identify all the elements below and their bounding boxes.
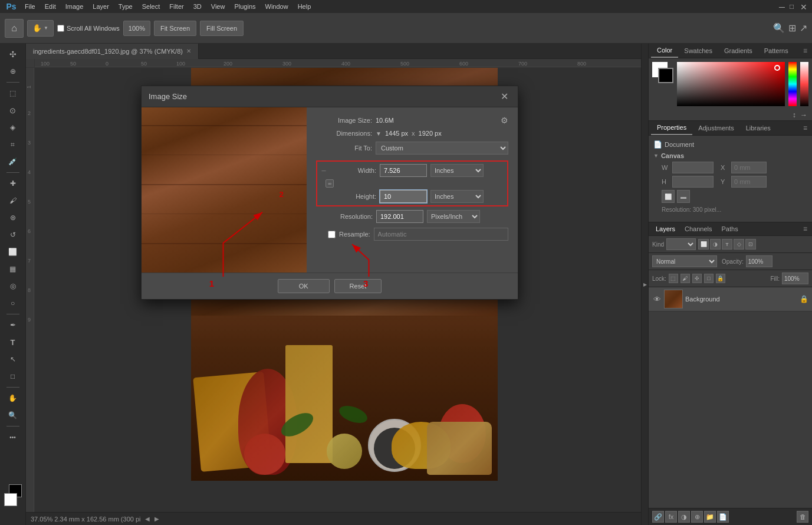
menu-filter[interactable]: Filter	[165, 2, 188, 11]
status-arrow-left[interactable]: ◀	[145, 516, 150, 522]
share-icon[interactable]: ↗	[800, 22, 807, 34]
more-tools[interactable]: •••	[5, 429, 21, 445]
canvas-height-input[interactable]	[672, 176, 714, 188]
fill-input[interactable]	[782, 273, 808, 284]
resample-input[interactable]	[374, 228, 508, 241]
menu-image[interactable]: Image	[61, 2, 88, 11]
canvas-x-input[interactable]	[731, 162, 767, 173]
artboard-tool[interactable]: ⊕	[5, 63, 21, 80]
menu-help[interactable]: Help	[293, 2, 316, 11]
filter-pixel-icon[interactable]: ⬜	[698, 239, 709, 250]
delete-layer-btn[interactable]: 🗑	[797, 511, 808, 523]
search-icon[interactable]: 🔍	[773, 22, 785, 34]
brush-tool[interactable]: 🖌	[5, 192, 21, 209]
scroll-all-windows-checkbox-label[interactable]: Scroll All Windows	[57, 25, 120, 32]
gradient-tool[interactable]: ▦	[5, 261, 21, 277]
kind-select[interactable]	[666, 238, 696, 250]
close-tab-icon[interactable]: ✕	[186, 48, 191, 54]
dimensions-dropdown-icon[interactable]: ▼	[376, 130, 382, 137]
tab-layers[interactable]: Layers	[651, 222, 680, 235]
tab-gradients[interactable]: Gradients	[718, 44, 758, 57]
color-panel-icon1[interactable]: ↕	[793, 111, 796, 119]
filter-smartobj-icon[interactable]: ⊡	[745, 239, 756, 250]
canvas-y-input[interactable]	[731, 176, 767, 188]
lock-image-icon[interactable]: 🖌	[680, 274, 690, 283]
color-panel-icon2[interactable]: →	[800, 111, 807, 119]
width-unit-select[interactable]: PixelsInchesCentimetersMillimetersPoints…	[430, 164, 484, 177]
canvas-landscape-icon[interactable]: ▬	[677, 190, 690, 203]
window-restore[interactable]: □	[790, 2, 798, 11]
workspace-switcher[interactable]: ⊞	[788, 22, 796, 34]
add-mask-btn[interactable]: ◑	[678, 511, 690, 523]
opacity-bar[interactable]	[800, 62, 808, 106]
layers-panel-menu-icon[interactable]: ≡	[801, 225, 810, 233]
gear-icon[interactable]: ⚙	[501, 116, 508, 125]
width-input[interactable]	[380, 164, 427, 177]
status-arrow-right[interactable]: ▶	[154, 516, 159, 522]
lock-position-icon[interactable]: ✣	[692, 274, 702, 283]
layer-visibility-eye[interactable]: 👁	[652, 294, 662, 304]
home-button[interactable]: ⌂	[5, 19, 24, 38]
ps-logo[interactable]: Ps	[2, 0, 20, 13]
menu-window[interactable]: Window	[261, 2, 293, 11]
tab-swatches[interactable]: Swatches	[678, 44, 718, 57]
menu-plugins[interactable]: Plugins	[229, 2, 260, 11]
lock-all-icon[interactable]: 🔒	[716, 274, 725, 283]
menu-edit[interactable]: Edit	[40, 2, 61, 11]
fit-screen-button[interactable]: Fit Screen	[154, 21, 196, 36]
dialog-close-button[interactable]: ✕	[498, 91, 511, 102]
right-panel-collapse[interactable]: ▶	[642, 44, 649, 525]
color-gradient-area[interactable]	[677, 62, 785, 106]
window-close[interactable]: ✕	[800, 2, 808, 11]
background-color[interactable]	[4, 493, 17, 506]
lasso-tool[interactable]: ⊙	[5, 102, 21, 119]
clone-stamp-tool[interactable]: ⊛	[5, 209, 21, 226]
height-unit-select[interactable]: PixelsInchesCentimetersMillimetersPoints…	[430, 190, 484, 203]
tab-patterns[interactable]: Patterns	[758, 44, 794, 57]
resolution-unit-select[interactable]: Pixels/InchPixels/Centimeter	[427, 210, 480, 223]
resample-checkbox[interactable]	[328, 231, 336, 238]
tab-paths[interactable]: Paths	[717, 222, 743, 235]
menu-3d[interactable]: 3D	[189, 2, 206, 11]
tab-color[interactable]: Color	[651, 44, 678, 58]
pen-tool[interactable]: ✒	[5, 317, 21, 333]
history-brush-tool[interactable]: ↺	[5, 227, 21, 243]
menu-view[interactable]: View	[206, 2, 230, 11]
reset-button[interactable]: Reset	[334, 279, 382, 293]
fill-screen-button[interactable]: Fill Screen	[200, 21, 244, 36]
fit-to-select[interactable]: Custom	[376, 142, 508, 155]
link-layers-btn[interactable]: 🔗	[652, 511, 664, 523]
marquee-tool[interactable]: ⬚	[5, 85, 21, 101]
filter-type-icon[interactable]: T	[722, 239, 732, 250]
move-tool[interactable]: ✣	[5, 46, 21, 63]
canvas-width-input[interactable]	[672, 162, 714, 173]
height-input[interactable]	[380, 190, 427, 203]
tab-adjustments[interactable]: Adjustments	[692, 122, 740, 134]
quick-select-tool[interactable]: ◈	[5, 119, 21, 136]
blur-tool[interactable]: ◎	[5, 278, 21, 294]
path-selection-tool[interactable]: ↖	[5, 351, 21, 368]
tab-libraries[interactable]: Libraries	[740, 122, 777, 134]
shape-tool[interactable]: □	[5, 368, 21, 385]
ok-button[interactable]: OK	[278, 279, 330, 293]
blend-mode-select[interactable]: Normal	[652, 255, 717, 267]
window-minimize[interactable]: ─	[779, 2, 787, 11]
canvas-collapse-arrow[interactable]: ▼	[653, 153, 659, 159]
filter-shape-icon[interactable]: ◇	[734, 239, 744, 250]
menu-type[interactable]: Type	[114, 2, 137, 11]
spot-healing-tool[interactable]: ✚	[5, 175, 21, 192]
zoom-level-display[interactable]: 100%	[123, 21, 150, 36]
crop-tool[interactable]: ⌗	[5, 136, 21, 153]
canvas-tab[interactable]: ingredients-gaecd8df01_1920.jpg @ 37% (C…	[26, 44, 199, 59]
lock-artboard-icon[interactable]: □	[704, 274, 714, 283]
lock-transparent-icon[interactable]: ⬚	[669, 274, 678, 283]
add-style-btn[interactable]: fx	[665, 511, 677, 523]
type-tool[interactable]: T	[5, 334, 21, 350]
create-layer-btn[interactable]: 📄	[717, 511, 729, 523]
color-spectrum-bar[interactable]	[788, 62, 797, 106]
menu-select[interactable]: Select	[137, 2, 165, 11]
hand-tool-group[interactable]: ✋ ▼	[27, 20, 54, 37]
canvas-portrait-icon[interactable]: ⬜	[662, 190, 675, 203]
scroll-all-windows-checkbox[interactable]	[57, 25, 64, 32]
menu-file[interactable]: File	[20, 2, 40, 11]
